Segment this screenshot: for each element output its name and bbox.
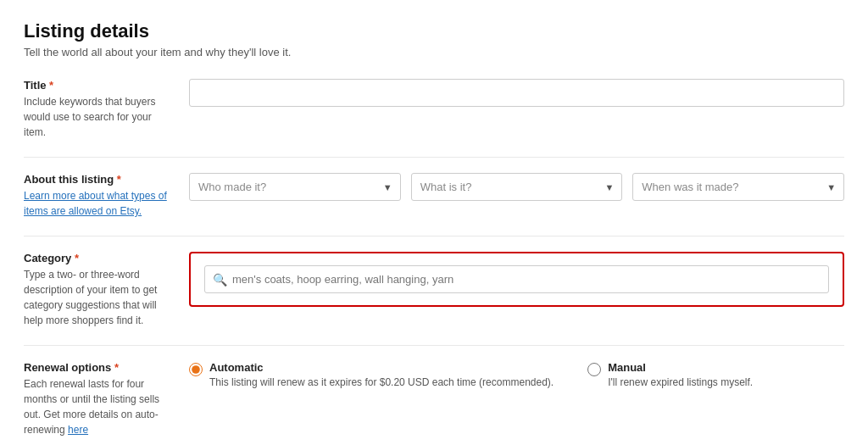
about-label-col: About this listing * Learn more about wh… [24, 173, 189, 219]
renewal-automatic-option[interactable]: Automatic This listing will renew as it … [189, 361, 554, 390]
renewal-manual-desc: I'll renew expired listings myself. [608, 375, 753, 390]
renewal-radio-group: Automatic This listing will renew as it … [189, 361, 844, 390]
about-hint: Learn more about what types of items are… [24, 188, 175, 219]
title-label-col: Title * Include keywords that buyers wou… [24, 79, 189, 140]
title-label: Title * [24, 79, 175, 92]
who-made-wrapper: Who made it? ▼ [189, 173, 401, 201]
page-title: Listing details [24, 20, 844, 42]
renewal-manual-label: Manual [608, 361, 753, 374]
renewal-row: Renewal options * Each renewal lasts for… [24, 345, 844, 437]
category-input[interactable] [204, 265, 829, 293]
renewal-automatic-label: Automatic [209, 361, 554, 374]
title-row: Title * Include keywords that buyers wou… [24, 79, 844, 140]
title-control [189, 79, 844, 107]
renewal-manual-text: Manual I'll renew expired listings mysel… [608, 361, 753, 390]
renewal-automatic-desc: This listing will renew as it expires fo… [209, 375, 554, 390]
what-is-it-wrapper: What is it? ▼ [411, 173, 623, 201]
page-subtitle: Tell the world all about your item and w… [24, 46, 844, 58]
renewal-manual-radio[interactable] [587, 363, 601, 376]
main-content: Listing details Tell the world all about… [0, 0, 868, 445]
renewal-label-col: Renewal options * Each renewal lasts for… [24, 361, 189, 437]
renewal-control: Automatic This listing will renew as it … [189, 361, 844, 390]
renewal-automatic-radio[interactable] [189, 363, 203, 376]
title-input[interactable] [189, 79, 844, 107]
renewal-label: Renewal options * [24, 361, 175, 374]
category-row: Category * Type a two- or three-word des… [24, 236, 844, 328]
when-made-select[interactable]: When was it made? [632, 173, 844, 201]
category-hint: Type a two- or three-word description of… [24, 267, 175, 328]
renewal-link[interactable]: here [68, 424, 88, 436]
about-row: About this listing * Learn more about wh… [24, 157, 844, 219]
category-control: 🔍 [189, 252, 844, 324]
selects-row: Who made it? ▼ What is it? ▼ When was it… [189, 173, 844, 201]
category-section: 🔍 [189, 252, 844, 307]
about-link[interactable]: Learn more about what types of items are… [24, 190, 167, 217]
page-wrapper: Listing details Tell the world all about… [0, 0, 868, 445]
about-control: Who made it? ▼ What is it? ▼ When was it… [189, 173, 844, 201]
title-hint: Include keywords that buyers would use t… [24, 94, 175, 140]
when-made-wrapper: When was it made? ▼ [632, 173, 844, 201]
category-search-wrapper: 🔍 [204, 265, 829, 293]
renewal-hint: Each renewal lasts for four months or un… [24, 376, 175, 437]
category-label: Category * [24, 252, 175, 264]
search-icon: 🔍 [213, 273, 227, 286]
renewal-manual-option[interactable]: Manual I'll renew expired listings mysel… [587, 361, 753, 390]
what-is-it-select[interactable]: What is it? [411, 173, 623, 201]
renewal-automatic-text: Automatic This listing will renew as it … [209, 361, 554, 390]
about-label: About this listing * [24, 173, 175, 186]
category-label-col: Category * Type a two- or three-word des… [24, 252, 189, 328]
who-made-select[interactable]: Who made it? [189, 173, 401, 201]
